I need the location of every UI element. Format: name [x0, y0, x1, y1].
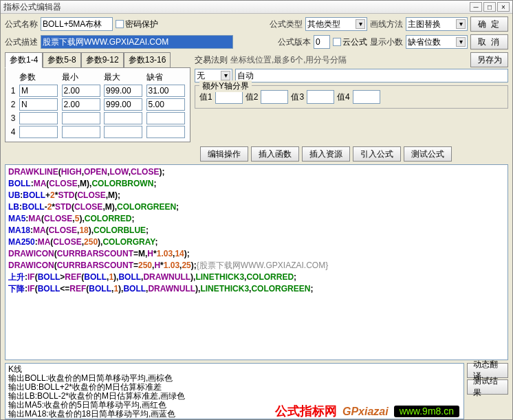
p2-max[interactable] — [104, 98, 142, 111]
table-row: 3 — [8, 111, 187, 125]
rule-input[interactable] — [235, 69, 508, 82]
titlebar: 指标公式编辑器 ─ □ × — [1, 1, 512, 14]
p4-name[interactable] — [19, 126, 58, 138]
p1-def[interactable] — [146, 85, 185, 97]
minimize-button[interactable]: ─ — [470, 2, 482, 12]
edit-button[interactable]: 编辑操作 — [200, 146, 248, 162]
checkbox-icon — [333, 38, 341, 46]
desc-input[interactable]: 股票下载网WWW.GPXIAZAI.COM — [41, 35, 233, 49]
code-editor[interactable]: DRAWKLINE(HIGH,OPEN,LOW,CLOSE); BOLL:MA(… — [5, 164, 508, 360]
maximize-button[interactable]: □ — [483, 2, 496, 12]
p3-min[interactable] — [62, 112, 100, 124]
table-row: 4 — [8, 125, 187, 139]
p1-min[interactable] — [62, 85, 100, 97]
table-row: 1 — [8, 84, 187, 98]
p1-name[interactable] — [19, 85, 58, 97]
p4-def[interactable] — [146, 126, 185, 138]
saveas-button[interactable]: 另存为 — [470, 52, 508, 67]
p3-max[interactable] — [104, 112, 142, 124]
p4-max[interactable] — [104, 126, 142, 138]
p2-def[interactable] — [146, 98, 185, 111]
p4-min[interactable] — [62, 126, 100, 138]
label-rule: 交易法则 — [195, 54, 228, 66]
tab-p4[interactable]: 参数13-16 — [124, 52, 171, 67]
label-ver: 公式版本 — [278, 36, 311, 48]
v1-input[interactable] — [215, 90, 243, 104]
ver-input[interactable] — [314, 35, 330, 49]
output-panel: K线 输出BOLL:收盘价的M日简单移动平均,画棕色 输出UB:BOLL+2*收… — [5, 363, 464, 419]
p2-min[interactable] — [62, 98, 100, 111]
insres-button[interactable]: 插入资源 — [302, 146, 350, 162]
close-button[interactable]: × — [497, 2, 510, 12]
p1-max[interactable] — [104, 85, 142, 97]
cloud-check[interactable]: 云公式 — [333, 36, 367, 48]
p3-name[interactable] — [19, 112, 58, 124]
checkbox-icon — [116, 20, 124, 28]
p2-name[interactable] — [19, 98, 58, 111]
watermark: 公式指标网 GPxiazai www.9m8.cn — [275, 406, 459, 417]
p3-def[interactable] — [146, 112, 185, 124]
label-name: 公式名称 — [5, 19, 38, 30]
label-type: 公式类型 — [270, 19, 303, 30]
cancel-button[interactable]: 取 消 — [470, 34, 508, 49]
tab-p3[interactable]: 参数9-12 — [81, 52, 124, 67]
tab-p2[interactable]: 参数5-8 — [43, 52, 80, 67]
param-grid: 参数最小最大缺省 1 2 3 4 — [5, 67, 190, 142]
pwd-check[interactable]: 密码保护 — [116, 19, 158, 30]
name-input[interactable] — [41, 17, 113, 31]
v4-input[interactable] — [353, 90, 380, 104]
test-button[interactable]: 测试公式 — [404, 146, 452, 162]
type-select[interactable]: 其他类型 — [305, 17, 367, 31]
table-row: 2 — [8, 98, 187, 111]
v2-input[interactable] — [261, 90, 288, 104]
import-button[interactable]: 引入公式 — [353, 146, 401, 162]
window-title: 指标公式编辑器 — [3, 1, 468, 13]
result-button[interactable]: 测试结果 — [467, 379, 508, 395]
ok-button[interactable]: 确 定 — [470, 16, 508, 32]
line-select[interactable]: 主图替换 — [406, 17, 468, 31]
v3-input[interactable] — [307, 90, 334, 104]
label-line: 画线方法 — [370, 19, 403, 30]
hint-text: 坐标线位置,最多6个,用分号分隔 — [230, 54, 347, 66]
dec-select[interactable]: 缺省位数 — [406, 35, 468, 49]
extra-axis-group: 额外Y轴分界 值1 值2 值3 值4 — [195, 85, 508, 109]
insfn-button[interactable]: 插入函数 — [251, 146, 299, 162]
label-desc: 公式描述 — [5, 36, 38, 48]
label-dec: 显示小数 — [370, 36, 403, 48]
tab-p1[interactable]: 参数1-4 — [5, 52, 43, 68]
